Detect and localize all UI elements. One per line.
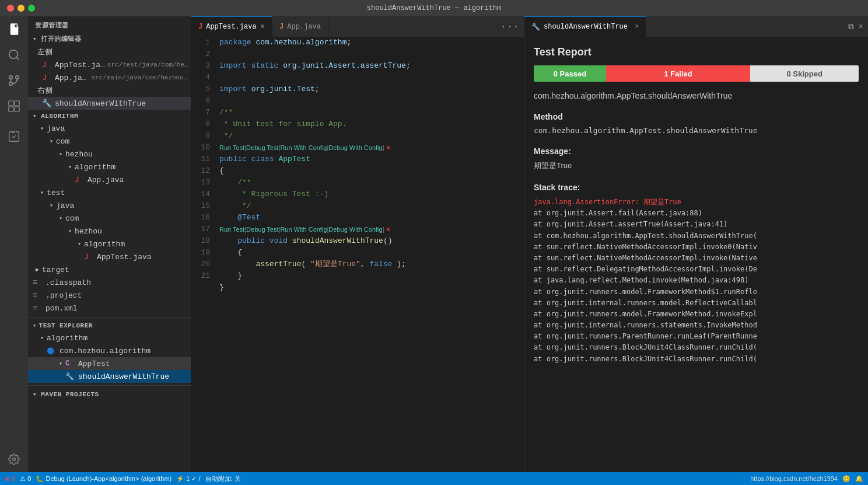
editor-area: J AppTest.java × J App.java ··· 1 2 3 4 … bbox=[191, 16, 524, 472]
code-line-6 bbox=[215, 95, 524, 107]
stat-skipped: 0 Skipped bbox=[750, 65, 859, 82]
sidebar-content[interactable]: ▾ 打开的编辑器 左侧 J AppTest.java src/test/java… bbox=[28, 32, 191, 472]
tree-target[interactable]: ▶ target bbox=[28, 263, 191, 276]
window-controls[interactable] bbox=[7, 5, 35, 12]
debug-config-class-link[interactable]: Debug With Config bbox=[328, 142, 382, 153]
search-icon[interactable] bbox=[6, 47, 22, 63]
svg-point-5 bbox=[9, 76, 13, 79]
debug-test-class-link[interactable]: Debug Test bbox=[246, 142, 278, 153]
close-button[interactable] bbox=[7, 5, 14, 12]
run-hint-class: Run Test | Debug Test | Run With Config … bbox=[215, 142, 524, 153]
tree-com2[interactable]: ▾ com bbox=[28, 212, 191, 225]
open-editors-section[interactable]: ▾ 打开的编辑器 bbox=[28, 32, 191, 46]
tree-algorithm-test[interactable]: ▾ algorithm bbox=[28, 238, 191, 250]
test-panel-tabbar: 🔧 shouldAnswerWithTrue × ⧉ × bbox=[524, 16, 868, 37]
svg-rect-9 bbox=[9, 101, 13, 106]
test-tree-apptest[interactable]: ▾ C AppTest bbox=[28, 357, 191, 370]
open-file-app[interactable]: J App.java src/main/java/com/hezhou... bbox=[28, 71, 191, 84]
status-url[interactable]: https://blog.csdn.net/hezh1994 bbox=[750, 475, 838, 482]
close-hint-method[interactable]: ✕ bbox=[386, 224, 391, 235]
stacktrace-line-7: at sun.reflect.DelegatingMethodAccessorI… bbox=[534, 264, 859, 275]
tree-app-java[interactable]: J App.java bbox=[28, 173, 191, 186]
classpath-icon: ≡ bbox=[33, 278, 43, 287]
tab-apptest-close[interactable]: × bbox=[260, 23, 265, 31]
test-tree-algorithm[interactable]: ▾ algorithm bbox=[28, 332, 191, 344]
section-divider bbox=[28, 317, 191, 317]
code-line-12: /** bbox=[215, 177, 524, 189]
auto-attach[interactable]: 自动附加: 关 bbox=[205, 474, 241, 483]
status-errors[interactable]: ⊗ 0 bbox=[5, 475, 15, 483]
run-test-method-link[interactable]: Run Test bbox=[219, 224, 244, 235]
stacktrace-line-3: at org.junit.Assert.assertTrue(Assert.ja… bbox=[534, 219, 859, 230]
project-icon: ≡ bbox=[33, 291, 43, 300]
stacktrace-line-15: at org.junit.runners.BlockJUnit4ClassRun… bbox=[534, 354, 859, 365]
tab-more-button[interactable]: ··· bbox=[496, 21, 524, 33]
minimize-button[interactable] bbox=[18, 5, 24, 12]
git-icon[interactable] bbox=[6, 72, 22, 89]
svg-line-4 bbox=[16, 57, 19, 60]
open-file-apptest[interactable]: J AppTest.java src/test/java/com/he... bbox=[28, 58, 191, 71]
tree-test[interactable]: ▾ test bbox=[28, 186, 191, 199]
code-line-10: public class AppTest bbox=[215, 153, 524, 165]
code-line-11: { bbox=[215, 165, 524, 177]
test-class-name: com.hezhou.algorithm.AppTest.shouldAnswe… bbox=[534, 91, 859, 100]
run-config-method-link[interactable]: Run With Config bbox=[280, 224, 327, 235]
tab-app[interactable]: J App.java bbox=[272, 16, 328, 37]
extensions-icon[interactable] bbox=[6, 98, 22, 114]
tree-com[interactable]: ▾ com bbox=[28, 135, 191, 148]
tree-pom[interactable]: ≡ pom.xml bbox=[28, 302, 191, 315]
stacktrace-line-11: at org.junit.runners.model.FrameworkMeth… bbox=[534, 309, 859, 320]
test-explorer-section[interactable]: ▾ TEST EXPLORER bbox=[28, 320, 191, 332]
test-icon[interactable] bbox=[6, 128, 22, 145]
code-content[interactable]: 1 2 3 4 5 6 7 8 9 10 11 12 13 14 15 16 1 bbox=[191, 37, 524, 472]
test-method-name: com.hezhou.algorithm.AppTest.shouldAnswe… bbox=[534, 126, 859, 135]
test-method-label: Method bbox=[534, 112, 859, 121]
stacktrace-line-12: at org.junit.internal.runners.statements… bbox=[534, 320, 859, 331]
explorer-icon[interactable] bbox=[6, 21, 22, 37]
tree-project[interactable]: ≡ .project bbox=[28, 289, 191, 302]
run-config-class-link[interactable]: Run With Config bbox=[280, 142, 327, 153]
status-left: ⊗ 0 ⚠ 0 🐛 Debug (Launch)-App<algorithm> … bbox=[5, 474, 241, 483]
split-view-icon[interactable]: ⧉ bbox=[848, 22, 854, 32]
tab-apptest[interactable]: J AppTest.java × bbox=[191, 16, 272, 37]
tree-classpath[interactable]: ≡ .classpath bbox=[28, 276, 191, 289]
maven-section[interactable]: ▾ MAVEN PROJECTS bbox=[28, 388, 191, 400]
test-tree-should[interactable]: 🔧 shouldAnswerWithTrue bbox=[28, 370, 191, 383]
section-divider-2 bbox=[28, 385, 191, 386]
code-line-4 bbox=[215, 72, 524, 83]
stacktrace-line-6: at sun.reflect.NativeMethodAccessorImpl.… bbox=[534, 253, 859, 264]
close-panel-icon[interactable]: × bbox=[859, 22, 863, 32]
tree-java[interactable]: ▾ java bbox=[28, 122, 191, 135]
test-panel-tab-should[interactable]: 🔧 shouldAnswerWithTrue × bbox=[524, 16, 646, 37]
run-test-class-link[interactable]: Run Test bbox=[219, 142, 244, 153]
tree-hezhou[interactable]: ▾ hezhou bbox=[28, 148, 191, 160]
test-report-content[interactable]: Test Report 0 Passed 1 Failed 0 Skipped … bbox=[524, 37, 868, 472]
tree-algorithm-main[interactable]: ▾ algorithm bbox=[28, 160, 191, 173]
window-title: shouldAnswerWithTrue — algorithm bbox=[367, 4, 501, 12]
close-hint-class[interactable]: ✕ bbox=[386, 142, 391, 153]
tree-apptest-java[interactable]: J AppTest.java bbox=[28, 250, 191, 263]
test-tab-close[interactable]: × bbox=[635, 23, 639, 31]
stat-failed: 1 Failed bbox=[606, 65, 751, 82]
tree-hezhou2[interactable]: ▾ hezhou bbox=[28, 225, 191, 238]
stacktrace-line-2: at org.junit.Assert.fail(Assert.java:88) bbox=[534, 208, 859, 219]
tree-java2[interactable]: ▾ java bbox=[28, 199, 191, 212]
pom-icon: ≡ bbox=[33, 303, 43, 313]
code-line-14: */ bbox=[215, 200, 524, 212]
settings-icon[interactable] bbox=[6, 451, 22, 467]
algorithm-section[interactable]: ▾ ALGORITHM bbox=[28, 110, 191, 122]
test-method-icon: 🔧 bbox=[65, 372, 76, 381]
status-warnings[interactable]: ⚠ 0 bbox=[20, 475, 31, 483]
code-line-8: * Unit test for simple App. bbox=[215, 118, 524, 130]
code-line-7: /** bbox=[215, 107, 524, 118]
line-numbers: 1 2 3 4 5 6 7 8 9 10 11 12 13 14 15 16 1 bbox=[191, 37, 215, 472]
test-message-label: Message: bbox=[534, 146, 859, 156]
test-tree-pkg[interactable]: 🔵 com.hezhou.algorithm bbox=[28, 344, 191, 357]
code-line-17: { bbox=[215, 247, 524, 259]
maximize-button[interactable] bbox=[28, 5, 35, 12]
debug-config-method-link[interactable]: Debug With Config bbox=[328, 224, 382, 235]
debug-test-method-link[interactable]: Debug Test bbox=[246, 224, 278, 235]
status-bar: ⊗ 0 ⚠ 0 🐛 Debug (Launch)-App<algorithm> … bbox=[0, 472, 868, 485]
code-line-20: } bbox=[215, 282, 524, 294]
open-file-should[interactable]: 🔧 shouldAnswerWithTrue bbox=[28, 97, 191, 110]
